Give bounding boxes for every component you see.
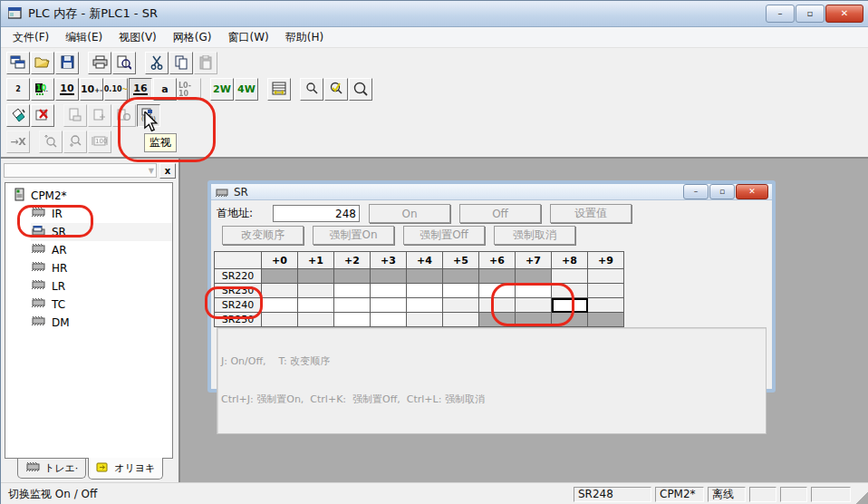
memory-cell[interactable] — [334, 284, 371, 298]
sidebar-tab-1[interactable]: オリヨキ — [88, 458, 163, 480]
memory-cell[interactable] — [516, 284, 552, 298]
memory-cell[interactable] — [298, 298, 334, 313]
resize-grip[interactable] — [856, 483, 868, 504]
table-row: SR250 — [215, 313, 624, 327]
zoom-out-button[interactable] — [300, 78, 323, 101]
toolbar-separator — [292, 78, 300, 101]
memory-cell[interactable] — [262, 269, 298, 284]
memory-cell[interactable] — [552, 313, 588, 327]
memory-cell[interactable] — [262, 284, 298, 298]
memory-cell[interactable] — [588, 298, 624, 313]
tree-root-cpm2[interactable]: CPM2* — [14, 187, 172, 205]
print-button[interactable] — [88, 52, 111, 74]
memory-cell[interactable] — [443, 284, 479, 298]
memory-table: +0+1+2+3+4+5+6+7+8+9SR220SR230SR240SR250 — [214, 251, 624, 327]
print-preview-button[interactable] — [112, 52, 136, 74]
hex-button[interactable]: 16 — [129, 78, 152, 101]
memory-cell[interactable] — [479, 313, 516, 327]
memory-cell[interactable] — [479, 269, 516, 284]
memory-cell[interactable] — [262, 298, 298, 313]
memory-cell[interactable] — [334, 269, 371, 284]
tree-item-dm[interactable]: DM — [31, 314, 172, 332]
tree-item-lr[interactable]: LR — [31, 277, 172, 296]
memory-cell[interactable] — [407, 313, 443, 327]
tree-item-tc[interactable]: TC — [31, 296, 172, 314]
quad-word-button[interactable]: 4W — [235, 78, 258, 101]
status-panels: SR248CPM2*离线 — [574, 487, 854, 502]
memory-cell[interactable] — [262, 313, 298, 327]
memory-cell[interactable] — [371, 313, 407, 327]
decimal-button[interactable]: 10 — [55, 78, 79, 101]
memory-cell[interactable] — [371, 269, 407, 284]
zoom-custom-button[interactable] — [324, 78, 348, 101]
memory-cell[interactable] — [407, 284, 443, 298]
column-width-button[interactable] — [267, 78, 291, 101]
memory-cell[interactable] — [298, 284, 334, 298]
cut-button[interactable] — [145, 52, 169, 74]
tree-item-ar[interactable]: AR — [31, 241, 172, 259]
tree-item-ir[interactable]: IR — [31, 205, 172, 223]
status-panel-0: SR248 — [574, 487, 651, 502]
memory-cell[interactable] — [443, 313, 479, 327]
memory-cell[interactable] — [588, 269, 624, 284]
float-button[interactable]: 0.10~ — [104, 78, 128, 101]
transfer-from-plc-icon — [92, 108, 107, 124]
zoom-in-button[interactable] — [349, 78, 372, 101]
memory-cell[interactable] — [371, 298, 407, 313]
menu-item-2[interactable]: 视图(V) — [111, 28, 165, 47]
memory-cell[interactable] — [443, 269, 479, 284]
copy-button[interactable] — [169, 52, 193, 74]
menu-item-0[interactable]: 文件(F) — [5, 28, 57, 47]
memory-cell[interactable] — [443, 298, 479, 313]
menu-item-1[interactable]: 编辑(E) — [57, 28, 111, 47]
memory-cell[interactable] — [298, 313, 334, 327]
start-address-input[interactable] — [273, 205, 360, 222]
memory-cell[interactable] — [298, 269, 334, 284]
memory-cell[interactable] — [479, 298, 516, 313]
binary-button[interactable]: 2 — [6, 78, 30, 101]
tree-item-hr[interactable]: HR — [31, 259, 172, 277]
zoom-in-icon — [353, 82, 368, 98]
cascade-windows-button[interactable] — [6, 52, 30, 74]
memory-cell[interactable] — [334, 298, 371, 313]
memory-cell[interactable] — [407, 269, 443, 284]
memory-cell[interactable] — [552, 284, 588, 298]
print-icon — [92, 55, 108, 71]
memory-cell[interactable] — [516, 313, 552, 327]
memory-cell[interactable] — [588, 284, 624, 298]
double-word-button[interactable]: 2W — [210, 78, 234, 101]
memory-area-monitor-icon — [31, 226, 46, 239]
memory-cell[interactable] — [552, 269, 588, 284]
menu-item-5[interactable]: 帮助(H) — [277, 28, 332, 47]
ascii-button[interactable]: a — [153, 78, 177, 101]
signed-decimal-button[interactable]: 10+- — [80, 78, 103, 101]
memory-cell[interactable] — [334, 313, 371, 327]
format-toolbar: 210..1010+-0.10~16aL0-102W4W — [3, 76, 868, 102]
binary-tray-button[interactable]: 10.. — [31, 78, 54, 101]
memory-cell[interactable] — [588, 313, 624, 327]
fill-memory-button[interactable] — [6, 104, 30, 127]
sr-close-button[interactable]: ✕ — [736, 184, 768, 199]
memory-cell[interactable] — [516, 298, 552, 313]
maximize-button[interactable]: ▫ — [796, 5, 825, 23]
menu-item-3[interactable]: 网格(G) — [165, 28, 220, 47]
sidebar-tab-0[interactable]: トレエ· — [17, 459, 86, 479]
open-button[interactable] — [31, 52, 54, 74]
selected-memory-cell[interactable] — [552, 298, 588, 313]
minimize-button[interactable]: – — [766, 5, 795, 23]
memory-cell[interactable] — [479, 284, 516, 298]
save-button[interactable] — [55, 52, 79, 74]
clear-memory-button[interactable] — [31, 104, 54, 127]
close-button[interactable]: ✕ — [825, 5, 863, 23]
float-icon: 0.10~ — [104, 85, 128, 93]
memory-cell[interactable] — [516, 269, 552, 284]
sidebar-close-button[interactable]: x — [159, 163, 176, 179]
sr-maximize-button[interactable]: ▫ — [709, 184, 735, 199]
memory-cell[interactable] — [371, 284, 407, 298]
sr-minimize-button[interactable]: – — [683, 184, 709, 199]
tab-label: オリヨキ — [114, 461, 155, 475]
address-combo[interactable]: ▼ — [4, 163, 157, 178]
memory-cell[interactable] — [407, 298, 443, 313]
tree-item-sr[interactable]: SR — [31, 223, 172, 241]
menu-item-4[interactable]: 窗口(W) — [219, 28, 276, 47]
